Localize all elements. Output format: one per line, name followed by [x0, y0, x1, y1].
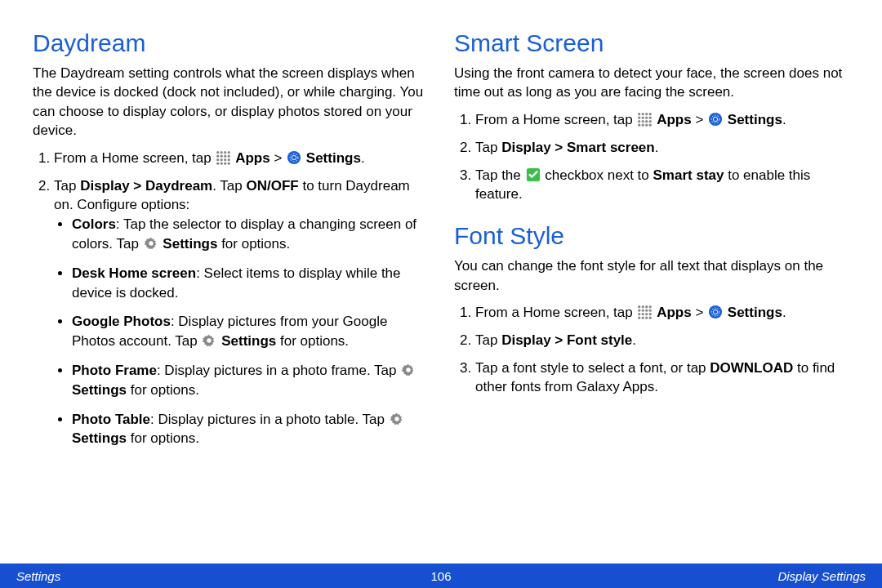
gear-icon — [401, 363, 416, 377]
font-step-2: Tap Display > Font style. — [475, 331, 849, 350]
settings-badge-icon — [708, 305, 723, 319]
footer-page-number: 106 — [430, 569, 451, 583]
smart-step-1: From a Home screen, tap Apps > Settings. — [475, 110, 849, 130]
font-style-intro: You can change the font style for all te… — [454, 256, 849, 295]
font-step-1: From a Home screen, tap Apps > Settings. — [475, 303, 849, 323]
daydream-step-1: From a Home screen, tap Apps > Settings. — [54, 149, 428, 168]
gear-icon — [390, 412, 404, 426]
opt-photo-frame: Photo Frame: Display pictures in a photo… — [72, 361, 428, 400]
apps-icon — [216, 150, 230, 165]
settings-badge-icon — [708, 112, 723, 127]
font-style-steps: From a Home screen, tap Apps > Settings.… — [454, 303, 849, 397]
right-column: Smart Screen Using the front camera to d… — [454, 24, 849, 588]
daydream-intro: The Daydream setting controls what the s… — [33, 64, 428, 140]
opt-desk-home: Desk Home screen: Select items to displa… — [72, 264, 428, 303]
checkbox-icon — [526, 167, 541, 182]
smart-screen-steps: From a Home screen, tap Apps > Settings.… — [454, 110, 849, 204]
apps-icon — [637, 112, 652, 127]
heading-daydream: Daydream — [33, 29, 428, 57]
font-step-3: Tap a font style to select a font, or ta… — [475, 359, 849, 398]
smart-step-3: Tap the checkbox next to Smart stay to e… — [475, 166, 849, 205]
opt-colors: Colors: Tap the selector to display a ch… — [72, 215, 428, 254]
settings-badge-icon — [287, 150, 301, 165]
page-footer: Settings 106 Display Settings — [0, 564, 882, 588]
daydream-steps: From a Home screen, tap Apps > Settings.… — [33, 149, 428, 448]
footer-right: Display Settings — [777, 569, 866, 583]
heading-font-style: Font Style — [454, 222, 849, 250]
opt-photo-table: Photo Table: Display pictures in a photo… — [72, 410, 428, 449]
heading-smart-screen: Smart Screen — [454, 29, 849, 57]
left-column: Daydream The Daydream setting controls w… — [33, 24, 428, 588]
daydream-step-2: Tap Display > Daydream. Tap ON/OFF to tu… — [54, 176, 428, 449]
smart-step-2: Tap Display > Smart screen. — [475, 138, 849, 158]
footer-left: Settings — [16, 569, 60, 583]
opt-google-photos: Google Photos: Display pictures from you… — [72, 312, 428, 351]
smart-screen-intro: Using the front camera to detect your fa… — [454, 64, 849, 102]
daydream-options: Colors: Tap the selector to display a ch… — [54, 215, 428, 448]
gear-icon — [202, 333, 216, 348]
apps-icon — [637, 305, 652, 319]
manual-page: Daydream The Daydream setting controls w… — [0, 0, 882, 588]
gear-icon — [144, 236, 158, 251]
